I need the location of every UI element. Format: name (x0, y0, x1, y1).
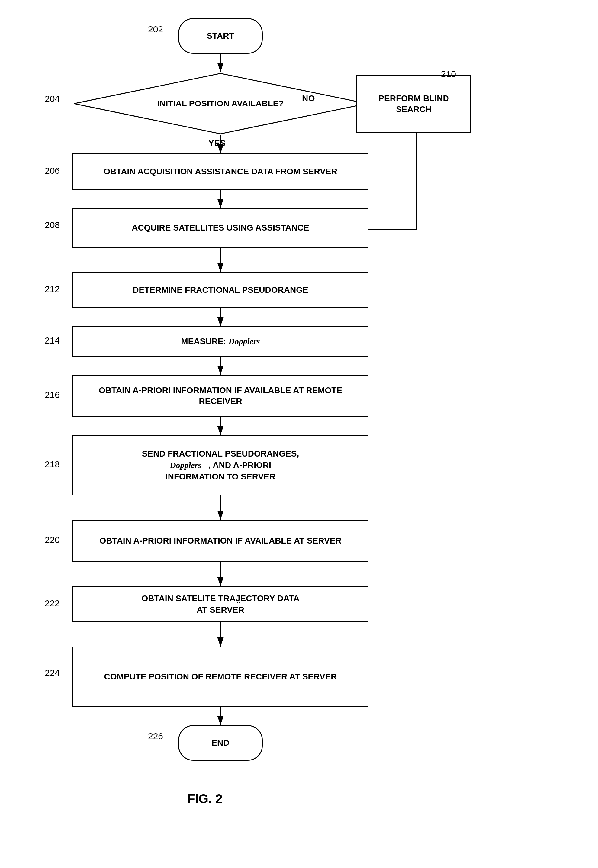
blind-search-label: PERFORM BLIND SEARCH (357, 91, 470, 118)
step208-node: ACQUIRE SATELLITES USING ASSISTANCE (72, 208, 368, 248)
decision-label: INITIAL POSITION AVAILABLE? (72, 72, 368, 135)
step220-label: OBTAIN A-PRIORI INFORMATION IF AVAILABLE… (94, 533, 346, 549)
step222-label: OBTAIN SATELITE TRAJECTORY DATAAT SERVER (136, 590, 304, 618)
start-number: 202 (148, 24, 163, 34)
figure-label: FIG. 2 (187, 792, 223, 806)
step216-label: OBTAIN A-PRIORI INFORMATION IF AVAILABLE… (73, 383, 368, 409)
step214-node: MEASURE: Dopplers (72, 326, 368, 356)
step224-node: COMPUTE POSITION OF REMOTE RECEIVER AT S… (72, 647, 368, 707)
step216-node: OBTAIN A-PRIORI INFORMATION IF AVAILABLE… (72, 375, 368, 417)
step224-number: 224 (45, 668, 60, 678)
step220-node: OBTAIN A-PRIORI INFORMATION IF AVAILABLE… (72, 520, 368, 562)
step208-label: ACQUIRE SATELLITES USING ASSISTANCE (127, 220, 314, 236)
step206-node: OBTAIN ACQUISITION ASSISTANCE DATA FROM … (72, 154, 368, 190)
blind-search-number: 210 (441, 69, 456, 79)
step212-number: 212 (45, 284, 60, 294)
step206-number: 206 (45, 166, 60, 176)
end-node: END (178, 725, 263, 761)
start-label: START (202, 28, 239, 44)
step212-node: DETERMINE FRACTIONAL PSEUDORANGE (72, 272, 368, 308)
yes-label: YES (208, 138, 226, 148)
step206-label: OBTAIN ACQUISITION ASSISTANCE DATA FROM … (99, 164, 342, 180)
no-label: NO (302, 94, 315, 103)
blind-search-node: PERFORM BLIND SEARCH (356, 75, 471, 133)
end-number: 226 (148, 731, 163, 741)
decision-number: 204 (45, 94, 60, 104)
step222-number: 222 (45, 598, 60, 609)
step218-number: 218 (45, 459, 60, 470)
step214-number: 214 (45, 335, 60, 346)
step220-number: 220 (45, 535, 60, 545)
step218-node: SEND FRACTIONAL PSEUDORANGES, Dopplers ,… (72, 435, 368, 495)
step214-label: MEASURE: Dopplers (176, 334, 265, 349)
step224-label: COMPUTE POSITION OF REMOTE RECEIVER AT S… (99, 669, 342, 685)
decision-node: INITIAL POSITION AVAILABLE? (72, 72, 368, 135)
step208-number: 208 (45, 220, 60, 230)
step216-number: 216 (45, 390, 60, 400)
step212-label: DETERMINE FRACTIONAL PSEUDORANGE (128, 282, 313, 298)
flowchart-diagram: START 202 INITIAL POSITION AVAILABLE? 20… (0, 0, 598, 868)
step218-label: SEND FRACTIONAL PSEUDORANGES, Dopplers ,… (137, 446, 304, 485)
start-node: START (178, 18, 263, 54)
step222-node: OBTAIN SATELITE TRAJECTORY DATAAT SERVER (72, 586, 368, 623)
end-label: END (206, 735, 234, 751)
